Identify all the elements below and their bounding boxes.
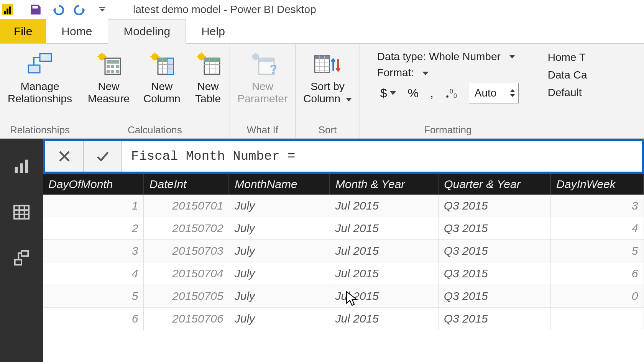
col-header-quarteryear[interactable]: Quarter & Year	[438, 174, 550, 195]
table-row[interactable]: 220150702JulyJul 2015Q3 20154	[43, 217, 644, 240]
cell-dateint[interactable]: 20150706	[144, 308, 229, 330]
cell-dayofmonth[interactable]: 4	[43, 262, 144, 285]
table-header-row: DayOfMonth DateInt MonthName Month & Yea…	[43, 174, 644, 195]
svg-rect-52	[14, 206, 29, 219]
undo-button[interactable]	[50, 2, 66, 17]
new-table-button[interactable]: New Table	[191, 49, 225, 106]
model-view-button[interactable]	[10, 247, 33, 270]
cell-dayinweek[interactable]: 4	[550, 217, 644, 240]
cell-monthname[interactable]: July	[229, 308, 330, 330]
save-button[interactable]	[28, 2, 43, 17]
table-row[interactable]: 420150704JulyJul 2015Q3 20156	[43, 262, 644, 285]
cell-quarteryear[interactable]: Q3 2015	[438, 308, 550, 330]
svg-rect-11	[107, 65, 110, 68]
cell-quarteryear[interactable]: Q3 2015	[438, 195, 550, 217]
decimal-places-input[interactable]: Auto	[469, 83, 519, 103]
svg-point-46	[446, 95, 449, 98]
qat-customize-button[interactable]	[95, 2, 110, 17]
svg-rect-19	[150, 56, 159, 57]
cell-quarteryear[interactable]: Q3 2015	[438, 217, 550, 240]
format-dropdown[interactable]	[419, 67, 429, 79]
format-dropdown-label: Format:	[377, 67, 414, 79]
cell-monthyear[interactable]: Jul 2015	[330, 285, 438, 308]
home-table-dropdown[interactable]: Home T	[548, 51, 587, 64]
table-row[interactable]: 620150706JulyJul 2015Q3 2015	[43, 308, 644, 330]
window-title: latest demo model - Power BI Desktop	[133, 3, 316, 16]
data-view-button[interactable]	[10, 201, 33, 224]
tab-help[interactable]: Help	[186, 19, 241, 43]
cell-dateint[interactable]: 20150702	[144, 217, 229, 240]
cell-dateint[interactable]: 20150703	[144, 240, 229, 262]
cell-monthname[interactable]: July	[229, 262, 330, 285]
cell-monthyear[interactable]: Jul 2015	[330, 262, 438, 285]
svg-rect-2	[9, 7, 11, 14]
tab-file[interactable]: File	[0, 19, 46, 43]
new-measure-label-2: Measure	[88, 93, 130, 105]
svg-rect-58	[15, 260, 21, 265]
svg-rect-1	[7, 8, 8, 14]
cell-dateint[interactable]: 20150704	[144, 262, 229, 285]
tab-modeling[interactable]: Modeling	[108, 19, 186, 44]
cell-dayofmonth[interactable]: 3	[43, 240, 144, 262]
cell-monthyear[interactable]: Jul 2015	[330, 240, 438, 262]
new-column-button[interactable]: New Column	[140, 49, 183, 106]
cell-dayinweek[interactable]	[550, 308, 644, 330]
cell-monthyear[interactable]: Jul 2015	[330, 308, 438, 330]
manage-relationships-button[interactable]: Manage Relationships	[5, 49, 75, 106]
group-relationships: Manage Relationships Relationships	[0, 44, 80, 138]
cell-monthname[interactable]: July	[229, 217, 330, 240]
default-summarization-dropdown[interactable]: Default	[548, 87, 587, 99]
cell-dayinweek[interactable]: 6	[550, 262, 644, 285]
cell-monthname[interactable]: July	[229, 285, 330, 308]
svg-rect-50	[20, 163, 23, 173]
group-calculations-label: Calculations	[128, 122, 182, 137]
svg-rect-8	[97, 56, 107, 57]
table-row[interactable]: 120150701JulyJul 2015Q3 20153	[43, 195, 644, 217]
cell-quarteryear[interactable]: Q3 2015	[438, 262, 550, 285]
data-category-dropdown[interactable]: Data Ca	[548, 69, 587, 81]
svg-rect-10	[107, 60, 119, 64]
formula-cancel-button[interactable]	[45, 141, 84, 172]
cell-dayinweek[interactable]: 3	[550, 195, 644, 217]
tab-home[interactable]: Home	[46, 19, 108, 43]
currency-format-button[interactable]: $	[377, 84, 399, 102]
cell-monthname[interactable]: July	[229, 240, 330, 262]
spinner-icon[interactable]	[510, 89, 515, 97]
svg-rect-13	[116, 65, 119, 68]
new-measure-button[interactable]: New Measure	[85, 49, 133, 106]
cell-dayinweek[interactable]: 0	[550, 285, 644, 308]
cell-dateint[interactable]: 20150705	[144, 285, 229, 308]
table-row[interactable]: 520150705JulyJul 2015Q3 20150	[43, 285, 644, 308]
cell-monthname[interactable]: July	[229, 195, 330, 217]
cell-dayofmonth[interactable]: 5	[43, 285, 144, 308]
manage-relationships-label-1: Manage	[20, 80, 59, 93]
cell-dayinweek[interactable]: 5	[550, 240, 644, 262]
col-header-monthname[interactable]: MonthName	[229, 174, 330, 195]
cell-monthyear[interactable]: Jul 2015	[330, 217, 438, 240]
col-header-dateint[interactable]: DateInt	[144, 174, 229, 195]
new-parameter-button: ? New Parameter	[235, 49, 291, 106]
new-parameter-label-1: New	[252, 80, 273, 93]
cell-dayofmonth[interactable]: 1	[43, 195, 144, 217]
formula-commit-button[interactable]	[84, 141, 122, 172]
cell-dateint[interactable]: 20150701	[144, 195, 229, 217]
cell-dayofmonth[interactable]: 6	[43, 308, 144, 330]
cell-quarteryear[interactable]: Q3 2015	[438, 285, 550, 308]
sort-by-column-label-1: Sort by	[310, 80, 345, 93]
cell-quarteryear[interactable]: Q3 2015	[438, 240, 550, 262]
report-view-button[interactable]	[10, 155, 33, 178]
table-row[interactable]: 320150703JulyJul 2015Q3 20155	[43, 240, 644, 262]
col-header-dayinweek[interactable]: DayInWeek	[550, 174, 644, 195]
formula-bar	[43, 139, 644, 174]
cell-monthyear[interactable]: Jul 2015	[330, 195, 438, 217]
data-type-dropdown[interactable]: Data type: Whole Number	[377, 51, 519, 63]
thousands-separator-button[interactable]: ,	[427, 84, 437, 102]
cell-dayofmonth[interactable]: 2	[43, 217, 144, 240]
redo-button[interactable]	[72, 2, 88, 17]
sort-by-column-button[interactable]: Sort by Column	[300, 49, 355, 106]
qat-divider	[21, 4, 21, 15]
percent-format-button[interactable]: %	[404, 84, 421, 102]
col-header-monthyear[interactable]: Month & Year	[330, 174, 438, 195]
col-header-dayofmonth[interactable]: DayOfMonth	[43, 174, 144, 195]
formula-input[interactable]	[122, 141, 642, 172]
